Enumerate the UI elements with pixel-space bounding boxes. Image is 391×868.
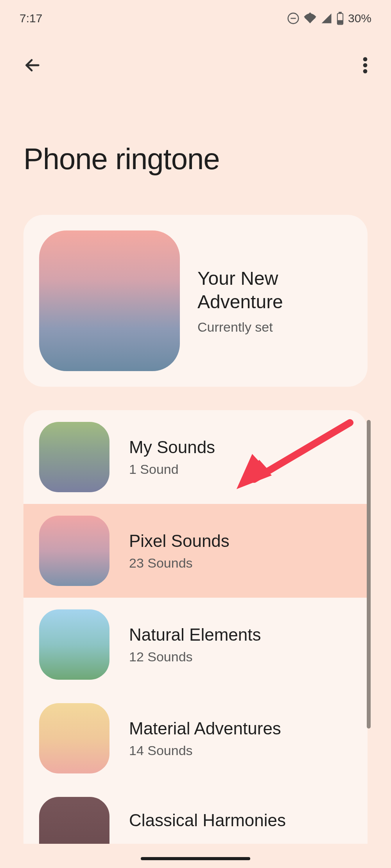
wifi-icon: [303, 12, 317, 25]
more-button[interactable]: [359, 52, 371, 79]
category-material-adventures[interactable]: Material Adventures 14 Sounds: [23, 691, 368, 785]
category-info: Natural Elements 12 Sounds: [129, 625, 261, 664]
category-title: Classical Harmonies: [129, 811, 286, 830]
category-my-sounds[interactable]: My Sounds 1 Sound: [23, 410, 368, 504]
category-title: Pixel Sounds: [129, 531, 230, 551]
current-ringtone-title: Your New Adventure: [197, 267, 352, 314]
scroll-indicator[interactable]: [367, 420, 371, 729]
back-arrow-icon: [23, 56, 41, 74]
category-info: My Sounds 1 Sound: [129, 438, 215, 477]
status-time: 7:17: [20, 12, 42, 25]
category-classical-harmonies[interactable]: Classical Harmonies: [23, 785, 368, 844]
category-subtitle: 23 Sounds: [129, 555, 230, 571]
category-thumbnail: [39, 703, 109, 773]
category-info: Material Adventures 14 Sounds: [129, 719, 281, 758]
page-title: Phone ringtone: [0, 91, 391, 215]
svg-point-8: [363, 69, 368, 73]
category-subtitle: 12 Sounds: [129, 649, 261, 664]
category-thumbnail: [39, 797, 109, 844]
signal-icon: [321, 13, 332, 24]
category-title: Material Adventures: [129, 719, 281, 738]
svg-point-7: [363, 63, 368, 68]
category-pixel-sounds[interactable]: Pixel Sounds 23 Sounds: [23, 504, 368, 598]
category-thumbnail: [39, 609, 109, 680]
dnd-icon: [287, 12, 300, 25]
current-ringtone-card[interactable]: Your New Adventure Currently set: [23, 215, 368, 387]
svg-rect-3: [339, 12, 341, 13]
battery-percent: 30%: [348, 12, 371, 25]
current-ringtone-subtitle: Currently set: [197, 320, 352, 335]
svg-rect-4: [338, 21, 342, 24]
current-ringtone-thumbnail: [39, 230, 180, 371]
nav-bar: [0, 33, 391, 91]
category-title: My Sounds: [129, 438, 215, 457]
more-vert-icon: [363, 56, 368, 74]
category-subtitle: 14 Sounds: [129, 743, 281, 758]
svg-point-6: [363, 57, 368, 61]
category-title: Natural Elements: [129, 625, 261, 645]
category-info: Classical Harmonies: [129, 811, 286, 830]
category-natural-elements[interactable]: Natural Elements 12 Sounds: [23, 598, 368, 691]
battery-icon: [336, 12, 344, 25]
back-button[interactable]: [20, 52, 45, 79]
category-thumbnail: [39, 516, 109, 586]
status-bar: 7:17 30%: [0, 0, 391, 33]
category-subtitle: 1 Sound: [129, 462, 215, 477]
category-list: My Sounds 1 Sound Pixel Sounds 23 Sounds…: [23, 410, 368, 844]
category-thumbnail: [39, 422, 109, 492]
status-right: 30%: [287, 12, 371, 25]
current-ringtone-info: Your New Adventure Currently set: [197, 267, 352, 335]
category-info: Pixel Sounds 23 Sounds: [129, 531, 230, 571]
nav-indicator: [141, 857, 250, 860]
